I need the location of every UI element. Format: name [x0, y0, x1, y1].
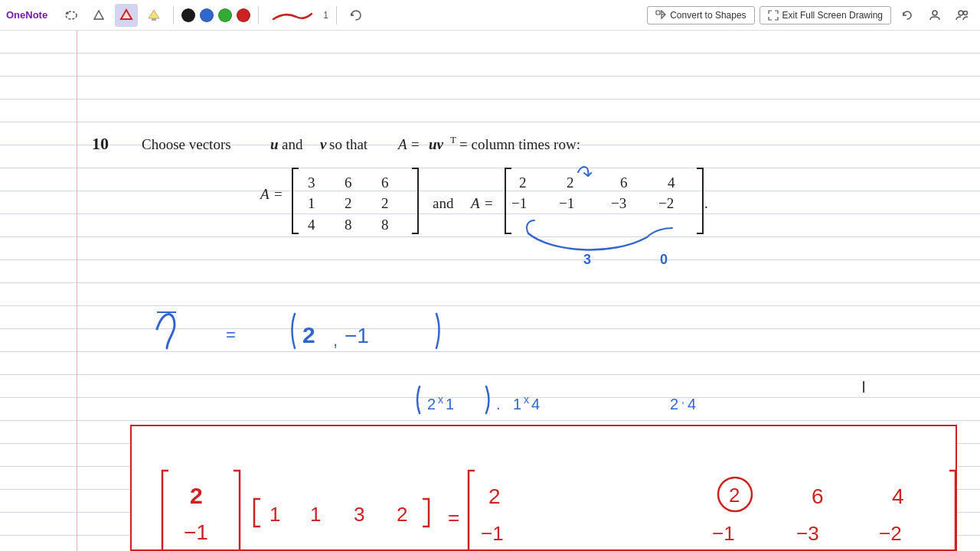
exit-label: Exit Full Screen Drawing: [782, 10, 883, 21]
color-blue[interactable]: [200, 8, 214, 22]
thickness-value: 1: [323, 10, 328, 21]
eraser-button[interactable]: [87, 4, 110, 27]
svg-rect-5: [152, 18, 156, 21]
app-brand: OneNote: [6, 9, 47, 21]
color-red[interactable]: [237, 8, 250, 22]
pen-button[interactable]: [115, 4, 138, 27]
svg-point-9: [933, 11, 937, 15]
color-green[interactable]: [218, 8, 232, 22]
svg-point-11: [964, 11, 968, 15]
svg-marker-4: [149, 10, 159, 18]
svg-point-1: [67, 12, 68, 14]
lasso-select-button[interactable]: [60, 4, 83, 27]
more-users-button[interactable]: [951, 4, 974, 27]
highlighter-button[interactable]: [142, 4, 165, 27]
svg-marker-3: [121, 10, 132, 19]
user-button[interactable]: [923, 4, 946, 27]
svg-point-10: [959, 11, 963, 15]
undo-button[interactable]: [896, 4, 919, 27]
svg-marker-2: [94, 11, 103, 19]
divider-3: [336, 6, 337, 24]
convert-label: Convert to Shapes: [670, 10, 746, 21]
pen-stroke-preview: [270, 8, 315, 23]
exit-fullscreen-button[interactable]: Exit Full Screen Drawing: [760, 6, 891, 24]
margin-line: [77, 31, 77, 551]
toolbar: OneNote 1: [0, 0, 980, 31]
red-box-highlight: [130, 425, 957, 551]
replay-button[interactable]: [345, 4, 368, 27]
main-content: 10 Choose vectors u and v so that A = uv…: [0, 31, 980, 551]
divider-1: [173, 6, 174, 24]
toolbar-right: Convert to Shapes Exit Full Screen Drawi…: [647, 4, 974, 27]
text-cursor: I: [861, 377, 866, 397]
color-black[interactable]: [181, 8, 195, 22]
svg-rect-6: [656, 11, 660, 15]
divider-2: [258, 6, 259, 24]
convert-to-shapes-button[interactable]: Convert to Shapes: [647, 6, 754, 24]
